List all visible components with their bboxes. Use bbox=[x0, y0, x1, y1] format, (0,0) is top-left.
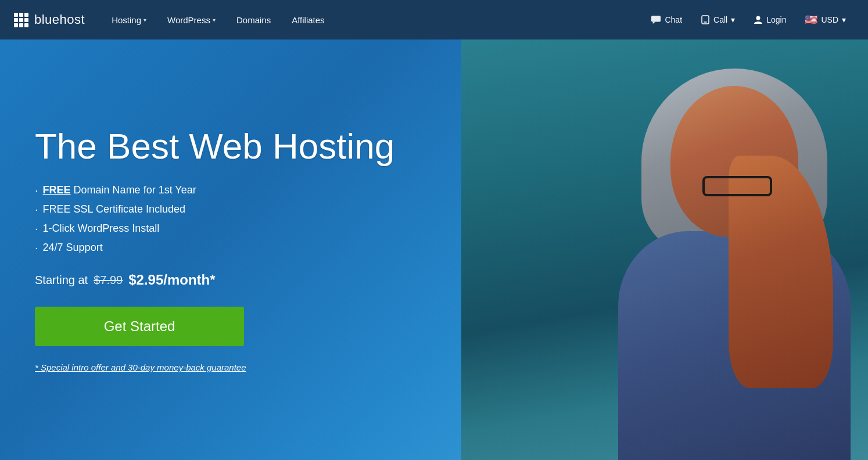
nav-links: Hosting ▾ WordPress ▾ Domains Affiliates bbox=[102, 10, 643, 30]
svg-rect-0 bbox=[651, 16, 661, 22]
chat-button[interactable]: Chat bbox=[643, 10, 690, 29]
nav-right: Chat Call ▾ Login 🇺🇸 USD ▾ bbox=[643, 9, 854, 31]
bullet-icon: · bbox=[35, 222, 38, 235]
feature-1: · FREE Domain Name for 1st Year bbox=[35, 184, 394, 197]
logo-link[interactable]: bluehost bbox=[14, 12, 85, 27]
user-icon bbox=[754, 15, 763, 24]
chevron-down-icon: ▾ bbox=[213, 17, 216, 23]
svg-point-4 bbox=[756, 16, 761, 20]
nav-domains[interactable]: Domains bbox=[227, 10, 280, 30]
svg-marker-1 bbox=[653, 22, 655, 24]
disclaimer-link[interactable]: * Special intro offer and 30-day money-b… bbox=[35, 362, 246, 372]
bullet-icon: · bbox=[35, 184, 38, 197]
price-old: $7.99 bbox=[94, 274, 123, 287]
logo-text: bluehost bbox=[34, 12, 85, 27]
phone-icon bbox=[701, 15, 710, 24]
hero-features: · FREE Domain Name for 1st Year · FREE S… bbox=[35, 184, 394, 254]
feature-3: · 1-Click WordPress Install bbox=[35, 222, 394, 235]
currency-button[interactable]: 🇺🇸 USD ▾ bbox=[797, 9, 854, 31]
chevron-down-icon: ▾ bbox=[144, 17, 146, 23]
feature-2: · FREE SSL Certificate Included bbox=[35, 203, 394, 216]
nav-wordpress[interactable]: WordPress ▾ bbox=[158, 10, 225, 30]
get-started-button[interactable]: Get Started bbox=[35, 307, 244, 346]
chevron-down-icon: ▾ bbox=[731, 15, 735, 24]
feature-free-label: FREE bbox=[43, 184, 71, 196]
bullet-icon: · bbox=[35, 203, 38, 216]
chat-icon bbox=[651, 15, 661, 24]
hero-title: The Best Web Hosting bbox=[35, 127, 394, 166]
call-button[interactable]: Call ▾ bbox=[693, 10, 743, 29]
feature-4: · 24/7 Support bbox=[35, 241, 394, 254]
logo-grid-icon bbox=[14, 13, 28, 27]
hero-price: Starting at $7.99 $2.95/month* bbox=[35, 272, 394, 288]
hero-section: The Best Web Hosting · FREE Domain Name … bbox=[0, 39, 868, 460]
nav-hosting[interactable]: Hosting ▾ bbox=[102, 10, 156, 30]
chevron-down-icon: ▾ bbox=[842, 15, 846, 24]
flag-icon: 🇺🇸 bbox=[805, 13, 817, 26]
login-button[interactable]: Login bbox=[745, 10, 794, 29]
price-prefix: Starting at bbox=[35, 274, 88, 287]
price-new: $2.95/month* bbox=[128, 272, 215, 288]
svg-rect-2 bbox=[702, 16, 709, 24]
navbar: bluehost Hosting ▾ WordPress ▾ Domains A… bbox=[0, 0, 868, 39]
bullet-icon: · bbox=[35, 241, 38, 254]
hero-content: The Best Web Hosting · FREE Domain Name … bbox=[0, 127, 394, 373]
nav-affiliates[interactable]: Affiliates bbox=[282, 10, 333, 30]
